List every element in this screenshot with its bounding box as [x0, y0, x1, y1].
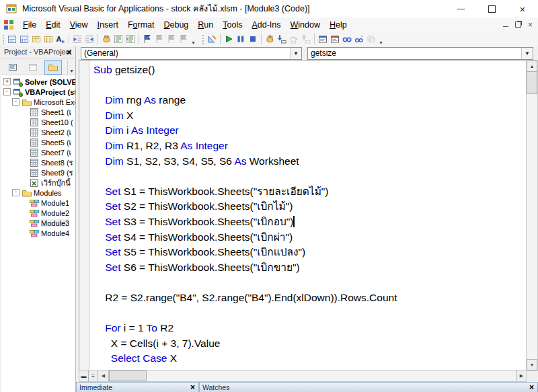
menu-tools[interactable]: Tools — [218, 19, 247, 31]
code-text-segment: S2 = ThisWorkbook.Sheets("เบิกไม้") — [121, 200, 293, 212]
collapse-icon[interactable]: - — [3, 88, 11, 95]
scroll-right-button[interactable]: ▶ — [516, 370, 527, 381]
menu-window[interactable]: Window — [286, 19, 325, 31]
code-text-segment — [93, 124, 105, 136]
project-explorer-header[interactable]: Project - VBAProject × — [1, 46, 75, 59]
debug-toolbar-grip[interactable] — [201, 34, 204, 44]
next-bookmark-button[interactable] — [153, 33, 165, 45]
tree-item-[interactable]: เวิร์กบุ๊กนี้ — [1, 178, 75, 188]
margin-indicator-bar[interactable] — [79, 61, 89, 370]
mdi-close-button[interactable]: × — [528, 20, 533, 30]
tree-item-sheet1[interactable]: Sheet1 (เ — [1, 107, 75, 117]
toggle-breakpoint-button[interactable] — [264, 33, 276, 45]
outdent-button[interactable] — [83, 33, 95, 45]
tree-item-microsoft-exc[interactable]: -Microsoft Exc — [1, 97, 75, 107]
maximize-button[interactable] — [476, 0, 507, 17]
menu-help[interactable]: Help — [325, 19, 352, 31]
toggle-folders-button[interactable] — [44, 60, 62, 75]
list-constants-button[interactable] — [18, 33, 30, 45]
reset-button[interactable] — [247, 33, 259, 45]
mdi-minimize-button[interactable] — [503, 22, 508, 27]
tree-item-sheet8[interactable]: Sheet8 (ร — [1, 157, 75, 167]
parameter-info-button[interactable]: ( ) — [42, 33, 54, 45]
edit-toolbar-grip[interactable] — [1, 34, 5, 44]
break-button[interactable] — [235, 33, 247, 45]
tree-item-module1[interactable]: Module1 — [1, 198, 75, 208]
menu-run[interactable]: Run — [193, 19, 218, 31]
view-code-button[interactable] — [4, 60, 22, 75]
immediate-window-button[interactable] — [329, 33, 341, 45]
list-properties-methods-button[interactable] — [6, 33, 18, 45]
menu-file[interactable]: File — [18, 19, 41, 31]
menu-view[interactable]: View — [65, 19, 93, 31]
locals-window-button[interactable] — [317, 33, 329, 45]
minimize-button[interactable] — [445, 0, 476, 17]
design-mode-button[interactable] — [206, 33, 218, 45]
quick-info-button[interactable] — [30, 33, 42, 45]
tree-item-sheet5[interactable]: Sheet5 (เ — [1, 137, 75, 147]
menu-debug[interactable]: Debug — [159, 19, 193, 31]
full-module-view-button[interactable]: ≡ — [89, 370, 98, 381]
tree-item-sheet9[interactable]: Sheet9 (ร — [1, 167, 75, 178]
complete-word-button[interactable]: A — [54, 33, 67, 45]
menu-edit[interactable]: Edit — [41, 19, 65, 31]
run-sub-userform-button[interactable] — [223, 33, 235, 45]
edit-toolbar-options-button[interactable]: ▾ — [190, 32, 197, 46]
horizontal-scroll-thumb[interactable] — [109, 370, 147, 381]
menu-add-ins[interactable]: Add-Ins — [247, 19, 285, 31]
project-toolbar-options-button[interactable]: ▾ — [67, 61, 75, 75]
watch-window-button[interactable] — [341, 33, 353, 45]
horizontal-scrollbar[interactable]: ▬ ≡ ◀ ▶ — [79, 370, 527, 382]
scroll-down-button[interactable]: ▼ — [527, 359, 537, 370]
step-over-button[interactable] — [288, 33, 300, 45]
tree-item-module4[interactable]: Module4 — [1, 228, 75, 238]
menubar: FileEditViewInsertFormatDebugRunToolsAdd… — [0, 17, 538, 32]
indent-button[interactable] — [71, 33, 83, 45]
immediate-window-header[interactable]: Immediate × — [76, 382, 199, 392]
comment-block-button[interactable] — [112, 33, 124, 45]
collapse-icon[interactable]: - — [12, 98, 20, 106]
tree-item-module3[interactable]: Module3 — [1, 218, 75, 228]
view-object-button[interactable] — [24, 60, 42, 75]
watches-window-header[interactable]: Watches × — [199, 382, 538, 392]
immediate-window-close-button[interactable]: × — [188, 383, 197, 391]
tree-item-vbaproject-st[interactable]: -VBAProject (st — [1, 87, 75, 97]
mdi-restore-button[interactable] — [515, 22, 521, 28]
tree-item-module2[interactable]: Module2 — [1, 208, 75, 218]
procedure-view-button[interactable]: ▬ — [79, 370, 89, 381]
close-button[interactable]: × — [507, 0, 538, 17]
step-out-button[interactable] — [300, 33, 312, 45]
debug-toolbar-options-button[interactable]: ▾ — [377, 32, 385, 46]
menu-format[interactable]: Format — [123, 19, 159, 31]
vertical-scrollbar[interactable]: ▲ ▼ — [526, 60, 538, 371]
quick-watch-button[interactable] — [353, 33, 365, 45]
expand-icon[interactable]: + — [3, 78, 11, 85]
toggle-bookmark-button[interactable] — [141, 33, 153, 45]
scroll-left-button[interactable]: ◀ — [98, 370, 109, 381]
object-dropdown[interactable]: (General) ▼ — [81, 47, 302, 60]
project-explorer-close-button[interactable]: × — [64, 47, 74, 57]
tree-item-sheet10[interactable]: Sheet10 ( — [1, 117, 75, 127]
tree-item-sheet7[interactable]: Sheet7 (เ — [1, 147, 75, 157]
code-editor[interactable]: Sub getsize() Dim rng As range Dim X Dim… — [79, 60, 527, 371]
scroll-up-button[interactable]: ▲ — [527, 61, 537, 72]
tree-item-sheet2[interactable]: Sheet2 (เ — [1, 127, 75, 137]
watches-window-close-button[interactable]: × — [527, 383, 536, 391]
clear-all-bookmarks-button[interactable] — [178, 33, 190, 45]
tree-item-modules[interactable]: -Modules — [1, 188, 75, 198]
code-line: Dim R1, R2, R3 As Integer — [93, 139, 527, 154]
code-keyword: Dim — [105, 94, 124, 106]
procedure-dropdown[interactable]: getsize ▼ — [307, 47, 533, 60]
uncomment-block-button[interactable] — [124, 33, 137, 45]
vertical-scroll-thumb[interactable] — [527, 71, 537, 94]
toggle-breakpoint-button[interactable] — [100, 33, 112, 45]
tree-item-label: Module1 — [41, 199, 69, 207]
procedure-dropdown-arrow-icon[interactable]: ▼ — [521, 48, 533, 59]
menu-insert[interactable]: Insert — [93, 19, 123, 31]
tree-item-solver-solve[interactable]: +Solver (SOLVE — [1, 77, 75, 87]
step-into-button[interactable] — [276, 33, 288, 45]
call-stack-button[interactable] — [365, 33, 377, 45]
collapse-icon[interactable]: - — [12, 189, 20, 196]
object-dropdown-arrow-icon[interactable]: ▼ — [290, 48, 301, 59]
previous-bookmark-button[interactable] — [165, 33, 178, 45]
